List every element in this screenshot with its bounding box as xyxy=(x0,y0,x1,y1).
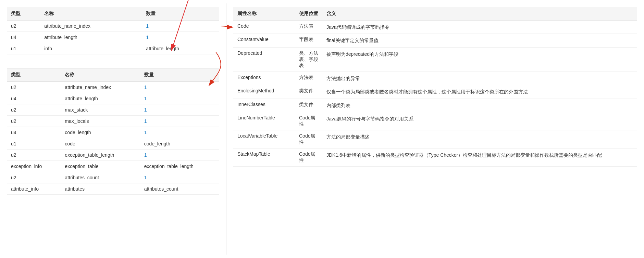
attr-name-cell: Code xyxy=(233,21,295,34)
bottom-table-cell: u2 xyxy=(7,172,61,183)
attr-location-cell: Code属性 xyxy=(295,148,322,166)
attr-name-cell: ConstantValue xyxy=(233,34,295,47)
top-table-col-name: 名称 xyxy=(40,7,142,21)
bottom-table-cell: exception_table xyxy=(61,161,140,172)
bottom-table-cell: u4 xyxy=(7,93,61,104)
bottom-table-cell: 1 xyxy=(140,127,219,138)
top-table-col-type: 类型 xyxy=(7,7,40,21)
bottom-table-cell: u4 xyxy=(7,127,61,138)
attr-meaning-cell: 方法抛出的异常 xyxy=(322,72,637,85)
attr-meaning-cell: Java源码的行号与字节码指令的对用关系 xyxy=(322,112,637,130)
bottom-table-row: u2exception_table_length1 xyxy=(7,150,219,161)
right-table-row: InnerClasses类文件内部类列表 xyxy=(233,99,637,112)
top-table-cell: 1 xyxy=(142,32,219,43)
bottom-table-cell: u2 xyxy=(7,82,61,93)
bottom-table-cell: 1 xyxy=(140,116,219,127)
attr-name-cell: StackMapTable xyxy=(233,148,295,166)
top-table-row: u4attribute_length1 xyxy=(7,32,219,43)
attr-location-cell: 类文件 xyxy=(295,99,322,112)
bottom-table-cell: attributes_count xyxy=(61,172,140,183)
attr-meaning-cell: 仅当一个类为局部类或者匿名类时才能拥有这个属性，这个属性用于标识这个类所在的外围… xyxy=(322,85,637,99)
top-table-cell: attribute_length xyxy=(40,32,142,43)
page-container: 类型 名称 数量 u2attribute_name_index1u4attrib… xyxy=(0,0,644,258)
attr-meaning-cell: Java代码编译成的字节码指令 xyxy=(322,21,637,34)
attr-name-cell: Exceptions xyxy=(233,72,295,85)
bottom-table-cell: 1 xyxy=(140,93,219,104)
attr-location-cell: 类、方法表、字段表 xyxy=(295,47,322,72)
right-table-row: StackMapTableCode属性JDK1.6中新增的属性，供新的类型检查验… xyxy=(233,148,637,166)
top-table-cell: 1 xyxy=(142,21,219,32)
bottom-table-row: u2max_stack1 xyxy=(7,104,219,116)
top-table-cell: u4 xyxy=(7,32,40,43)
top-table-col-count: 数量 xyxy=(142,7,219,21)
bottom-table-cell: u2 xyxy=(7,150,61,161)
left-panel: 类型 名称 数量 u2attribute_name_index1u4attrib… xyxy=(0,3,226,255)
attr-location-cell: 字段表 xyxy=(295,34,322,47)
bottom-table-row: u1codecode_length xyxy=(7,138,219,150)
bottom-table-cell: 1 xyxy=(140,82,219,93)
top-table: 类型 名称 数量 u2attribute_name_index1u4attrib… xyxy=(7,7,219,54)
right-table-col-attr: 属性名称 xyxy=(233,7,295,21)
right-table-row: LocalVariableTableCode属性方法的局部变量描述 xyxy=(233,130,637,148)
attr-meaning-cell: final关键字定义的常量值 xyxy=(322,34,637,47)
attr-name-cell: LineNumberTable xyxy=(233,112,295,130)
attr-location-cell: 方法表 xyxy=(295,72,322,85)
bottom-table-cell: attribute_name_index xyxy=(61,82,140,93)
attr-name-cell: LocalVariableTable xyxy=(233,130,295,148)
bottom-table-row: u2max_locals1 xyxy=(7,116,219,127)
bottom-table-row: u4attribute_length1 xyxy=(7,93,219,104)
bottom-table-cell: 1 xyxy=(140,104,219,116)
bottom-table-cell: 1 xyxy=(140,150,219,161)
bottom-table-cell: code_length xyxy=(61,127,140,138)
attr-name-cell: EnclosingMethod xyxy=(233,85,295,99)
right-table-row: Code方法表Java代码编译成的字节码指令 xyxy=(233,21,637,34)
attr-location-cell: Code属性 xyxy=(295,130,322,148)
bottom-table-cell: u2 xyxy=(7,116,61,127)
right-table-col-meaning: 含义 xyxy=(322,7,637,21)
top-table-cell: u1 xyxy=(7,43,40,54)
attr-name-cell: InnerClasses xyxy=(233,99,295,112)
attr-meaning-cell: JDK1.6中新增的属性，供新的类型检查验证器（Type Checker）检查和… xyxy=(322,148,637,166)
top-table-cell: attribute_name_index xyxy=(40,21,142,32)
attr-name-cell: Deprecated xyxy=(233,47,295,72)
bottom-table-cell: u1 xyxy=(7,138,61,150)
bottom-table-cell: attribute_length xyxy=(61,93,140,104)
bottom-table-row: exception_infoexception_tableexception_t… xyxy=(7,161,219,172)
bottom-table-cell: code xyxy=(61,138,140,150)
bottom-table-cell: code_length xyxy=(140,138,219,150)
right-table-row: Deprecated类、方法表、字段表被声明为deprecated的方法和字段 xyxy=(233,47,637,72)
attr-meaning-cell: 内部类列表 xyxy=(322,99,637,112)
bottom-table-cell: max_stack xyxy=(61,104,140,116)
bottom-table-cell: exception_info xyxy=(7,161,61,172)
attr-location-cell: 方法表 xyxy=(295,21,322,34)
right-table-col-location: 使用位置 xyxy=(295,7,322,21)
attr-meaning-cell: 方法的局部变量描述 xyxy=(322,130,637,148)
top-table-cell: attribute_length xyxy=(142,43,219,54)
bottom-table-cell: 1 xyxy=(140,172,219,183)
bottom-table-cell: u2 xyxy=(7,104,61,116)
right-table-row: LineNumberTableCode属性Java源码的行号与字节码指令的对用关… xyxy=(233,112,637,130)
top-table-cell: info xyxy=(40,43,142,54)
right-table-row: Exceptions方法表方法抛出的异常 xyxy=(233,72,637,85)
bottom-table-cell: attributes xyxy=(61,183,140,195)
bottom-table-col-type: 类型 xyxy=(7,68,61,82)
bottom-table-row: attribute_infoattributesattributes_count xyxy=(7,183,219,195)
bottom-table-col-name: 名称 xyxy=(61,68,140,82)
right-panel: 属性名称 使用位置 含义 Code方法表Java代码编译成的字节码指令Const… xyxy=(226,3,644,255)
top-table-cell: u2 xyxy=(7,21,40,32)
right-table-row: EnclosingMethod类文件仅当一个类为局部类或者匿名类时才能拥有这个属… xyxy=(233,85,637,99)
bottom-table-cell: attribute_info xyxy=(7,183,61,195)
top-table-row: u1infoattribute_length xyxy=(7,43,219,54)
bottom-table-cell: max_locals xyxy=(61,116,140,127)
bottom-table-col-count: 数量 xyxy=(140,68,219,82)
bottom-table-row: u2attribute_name_index1 xyxy=(7,82,219,93)
attr-location-cell: Code属性 xyxy=(295,112,322,130)
right-table-row: ConstantValue字段表final关键字定义的常量值 xyxy=(233,34,637,47)
bottom-table-cell: attributes_count xyxy=(140,183,219,195)
bottom-table-cell: exception_table_length xyxy=(140,161,219,172)
bottom-table-cell: exception_table_length xyxy=(61,150,140,161)
attr-meaning-cell: 被声明为deprecated的方法和字段 xyxy=(322,47,637,72)
bottom-table-row: u4code_length1 xyxy=(7,127,219,138)
bottom-table: 类型 名称 数量 u2attribute_name_index1u4attrib… xyxy=(7,68,219,195)
bottom-table-row: u2attributes_count1 xyxy=(7,172,219,183)
